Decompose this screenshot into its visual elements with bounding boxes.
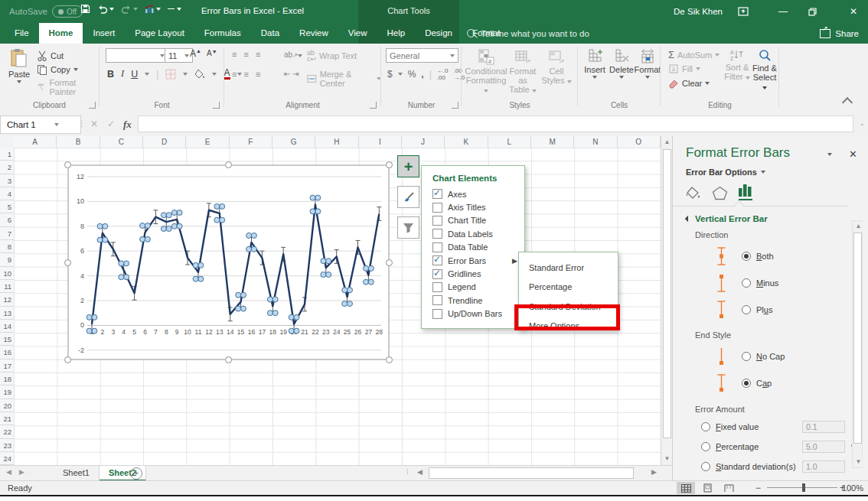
radio-cap[interactable] <box>742 379 751 388</box>
chart-element-trendline[interactable]: Trendline <box>422 294 524 307</box>
new-sheet-button[interactable]: + <box>130 467 142 480</box>
delete-cells-button[interactable]: Delete <box>609 48 635 79</box>
paste-button[interactable]: Paste <box>6 48 32 83</box>
row-header-24[interactable]: 24 <box>0 452 14 465</box>
end-style-option-cap[interactable]: Cap <box>686 373 868 393</box>
qat-chart-icon[interactable] <box>145 5 161 14</box>
radio-standard-deviation-s[interactable] <box>701 462 710 471</box>
insert-function-icon[interactable]: fx <box>123 119 132 131</box>
column-header-l[interactable]: L <box>488 136 531 148</box>
chart-element-axes[interactable]: Axes <box>422 187 524 200</box>
collapse-section-icon[interactable] <box>685 216 691 222</box>
enter-entry-icon[interactable]: ✓ <box>107 119 115 129</box>
normal-view-icon[interactable] <box>677 482 695 494</box>
chart-handle-sw[interactable] <box>64 356 71 363</box>
collapse-ribbon-button[interactable] <box>844 99 851 108</box>
underline-button[interactable]: U <box>131 69 138 80</box>
error-bar-chart[interactable]: 121086420-212345678910111213141516171819… <box>69 166 388 359</box>
error-amount-option-fixed-value[interactable]: Fixed value <box>686 420 868 434</box>
chart-handle-ne[interactable] <box>386 161 393 168</box>
effects-tab-icon[interactable] <box>712 186 728 200</box>
format-painter-button[interactable]: Format Painter <box>37 78 99 96</box>
tab-review[interactable]: Review <box>289 23 338 44</box>
format-cells-button[interactable]: Format <box>635 48 661 79</box>
chart-element-legend[interactable]: Legend <box>422 281 524 294</box>
column-header-h[interactable]: H <box>315 136 358 148</box>
row-header-15[interactable]: 15 <box>0 333 14 346</box>
clipboard-dialog-launcher[interactable] <box>89 102 96 109</box>
direction-option-both[interactable]: Both <box>686 246 868 266</box>
sheet-tab-sheet1[interactable]: Sheet1 <box>54 466 100 481</box>
checkbox-axes[interactable] <box>432 189 442 199</box>
indent-buttons[interactable]: ⇤ ⇥ <box>284 70 299 78</box>
chart-element-gridlines[interactable]: Gridlines <box>422 267 524 280</box>
font-size-input[interactable]: 11 <box>165 48 193 63</box>
checkbox-up-down-bars[interactable] <box>432 309 442 319</box>
row-header-11[interactable]: 11 <box>0 280 14 293</box>
column-header-m[interactable]: M <box>531 136 574 148</box>
sheet-nav-left-icon[interactable]: ◀ <box>6 468 11 476</box>
wrap-text-button[interactable]: abc↩Wrap Text <box>307 50 357 62</box>
accounting-format-button[interactable]: $ <box>387 69 393 80</box>
percent-style-button[interactable]: % <box>408 69 416 80</box>
standard-deviation-s-input[interactable] <box>802 460 845 473</box>
row-header-1[interactable]: 1 <box>0 148 14 161</box>
tab-home[interactable]: Home <box>39 23 83 44</box>
row-header-18[interactable]: 18 <box>0 372 14 386</box>
direction-option-plus[interactable]: Plus <box>686 300 868 320</box>
tab-insert[interactable]: Insert <box>83 23 125 44</box>
radio-fixed-value[interactable] <box>701 422 710 431</box>
chart-elements-button[interactable]: + <box>397 155 419 177</box>
autosave-toggle[interactable]: Off <box>52 5 83 18</box>
hscroll-left-icon[interactable]: ◀ <box>417 468 423 476</box>
column-header-j[interactable]: J <box>402 136 445 148</box>
checkbox-chart-title[interactable] <box>432 216 442 226</box>
error-bar-options-label[interactable]: Error Bar Options <box>686 168 757 177</box>
cancel-entry-icon[interactable]: ✕ <box>90 119 98 129</box>
fill-button[interactable]: Fill <box>668 63 700 74</box>
error-bar-options-tab-icon[interactable] <box>739 184 752 200</box>
chart-element-error-bars[interactable]: Error Bars▶ <box>422 254 524 267</box>
column-header-g[interactable]: G <box>272 136 315 148</box>
chart-handle-e[interactable] <box>386 259 393 266</box>
radio-percentage[interactable] <box>701 442 710 451</box>
row-header-21[interactable]: 21 <box>0 412 14 425</box>
tab-data[interactable]: Data <box>251 23 289 44</box>
zoom-slider-thumb[interactable] <box>802 483 805 492</box>
chart-element-up-down-bars[interactable]: Up/Down Bars <box>422 307 524 320</box>
number-dialog-launcher[interactable] <box>452 102 458 109</box>
vertical-scrollbar[interactable]: ▲ ▼ <box>661 136 673 465</box>
column-header-n[interactable]: N <box>574 136 617 148</box>
end-style-option-no-cap[interactable]: No Cap <box>686 346 868 366</box>
chart-handle-se[interactable] <box>386 356 393 363</box>
page-layout-view-icon[interactable] <box>698 482 716 494</box>
row-header-17[interactable]: 17 <box>0 359 14 372</box>
grow-font-button[interactable]: A▲ <box>190 48 201 59</box>
zoom-out-button[interactable]: − <box>755 483 761 493</box>
row-header-4[interactable]: 4 <box>0 187 14 200</box>
vertical-align-buttons[interactable]: ≡ ≡ ≡ <box>232 50 263 59</box>
share-button[interactable]: Share <box>820 23 859 44</box>
tab-page-layout[interactable]: Page Layout <box>125 23 194 44</box>
increase-decimal-button[interactable]: ←.0.00 <box>437 67 449 81</box>
hscroll-right-icon[interactable]: ▶ <box>651 468 657 476</box>
row-header-3[interactable]: 3 <box>0 174 14 187</box>
checkbox-legend[interactable] <box>432 282 442 292</box>
submenu-item-percentage[interactable]: Percentage <box>519 278 618 298</box>
ribbon-display-options-icon[interactable] <box>738 7 758 16</box>
horizontal-scrollbar[interactable] <box>426 467 648 479</box>
column-header-c[interactable]: C <box>100 136 143 148</box>
error-amount-option-percentage[interactable]: Percentage% <box>686 440 868 454</box>
checkbox-data-labels[interactable] <box>432 229 442 239</box>
merge-center-button[interactable]: Merge & Center <box>307 70 381 88</box>
alignment-dialog-launcher[interactable] <box>370 102 377 109</box>
row-header-13[interactable]: 13 <box>0 307 14 320</box>
hscroll-split-handle[interactable]: ⁞ <box>406 468 408 476</box>
format-as-table-button[interactable]: Format asTable <box>506 48 540 94</box>
row-header-10[interactable]: 10 <box>0 267 14 280</box>
page-break-view-icon[interactable] <box>720 482 738 494</box>
column-header-i[interactable]: I <box>359 136 402 148</box>
checkbox-axis-titles[interactable] <box>432 203 442 213</box>
chart-styles-button[interactable] <box>397 186 419 208</box>
tab-design[interactable]: Design <box>415 23 462 44</box>
